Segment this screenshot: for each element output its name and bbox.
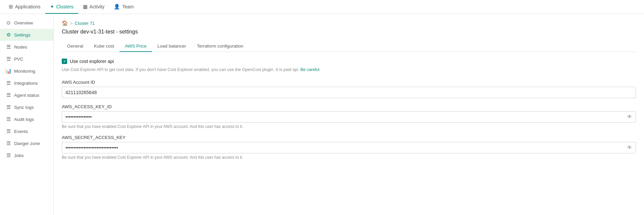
breadcrumb: 🏠 > Cluster 71: [62, 20, 636, 26]
aws-access-key-id-field: AWS_ACCESS_KEY_ID 👁 Be sure that you hav…: [62, 104, 636, 129]
nav-activity[interactable]: ▦ Activity: [78, 0, 109, 14]
cost-explorer-checkbox[interactable]: [62, 59, 67, 64]
audit-logs-icon: ☰: [5, 116, 11, 122]
sidebar-item-danger-zone[interactable]: ☰ Danger zone: [0, 137, 53, 149]
content-area: 🏠 > Cluster 71 Cluster dev-v1-31-test - …: [54, 14, 644, 215]
settings-icon: ⚙: [5, 32, 11, 38]
tab-terraform-configuration[interactable]: Terraform configuration: [191, 41, 249, 52]
monitoring-icon: 📊: [5, 68, 11, 74]
aws-secret-access-key-wrapper: 👁: [62, 142, 636, 153]
sidebar-item-audit-logs[interactable]: ☰ Audit logs: [0, 113, 53, 125]
sync-logs-icon: ☰: [5, 104, 11, 110]
tab-general[interactable]: General: [62, 41, 89, 52]
aws-secret-access-key-input[interactable]: [62, 142, 636, 153]
breadcrumb-separator: >: [70, 21, 73, 26]
sidebar-item-overview[interactable]: ⊙ Overview: [0, 17, 53, 29]
nav-clusters[interactable]: ✦ Clusters: [45, 0, 78, 14]
integrations-icon: ☰: [5, 80, 11, 86]
jobs-icon: ☰: [5, 152, 11, 158]
activity-icon: ▦: [83, 4, 88, 10]
aws-access-key-id-toggle-visibility[interactable]: 👁: [627, 114, 632, 120]
settings-tabs: General Kube cost AWS Price Load balance…: [62, 41, 636, 52]
sidebar-item-integrations[interactable]: ☰ Integrations: [0, 77, 53, 89]
top-navigation: ⊞ Applications ✦ Clusters ▦ Activity 👤 T…: [0, 0, 644, 14]
aws-access-key-id-wrapper: 👁: [62, 111, 636, 123]
sidebar-item-sync-logs[interactable]: ☰ Sync logs: [0, 101, 53, 113]
sidebar-item-nodes[interactable]: ☰ Nodes: [0, 41, 53, 53]
aws-account-id-input[interactable]: [62, 87, 636, 98]
sidebar-item-pvc[interactable]: ☰ PVC: [0, 53, 53, 65]
cost-explorer-info: Use Cost Explorer API to get cost data. …: [62, 67, 636, 73]
aws-secret-access-key-label: AWS_SECRET_ACCESS_KEY: [62, 135, 636, 140]
aws-access-key-id-input[interactable]: [62, 112, 636, 122]
cost-explorer-checkbox-row: Use cost explorer api: [62, 59, 636, 64]
sidebar-item-events[interactable]: ☰ Events: [0, 125, 53, 137]
applications-icon: ⊞: [9, 4, 13, 10]
main-content: 🏠 > Cluster 71 Cluster dev-v1-31-test - …: [54, 14, 644, 215]
aws-price-content: Use cost explorer api Use Cost Explorer …: [62, 59, 636, 160]
sidebar-item-settings[interactable]: ⚙ Settings: [0, 29, 53, 41]
aws-account-id-field: AWS Account ID: [62, 80, 636, 98]
page-title: Cluster dev-v1-31-test - settings: [62, 29, 636, 35]
aws-secret-access-key-toggle-visibility[interactable]: 👁: [627, 145, 632, 151]
app-layout: ⊙ Overview ⚙ Settings ☰ Nodes ☰ PVC 📊 Mo…: [0, 14, 644, 215]
nav-applications[interactable]: ⊞ Applications: [4, 0, 45, 14]
be-careful-link[interactable]: Be careful.: [300, 67, 320, 72]
tab-load-balancer[interactable]: Load balancer: [152, 41, 192, 52]
tab-kube-cost[interactable]: Kube cost: [89, 41, 119, 52]
sidebar-item-monitoring[interactable]: 📊 Monitoring: [0, 65, 53, 77]
aws-account-id-wrapper: [62, 87, 636, 98]
aws-account-id-label: AWS Account ID: [62, 80, 636, 85]
nodes-icon: ☰: [5, 44, 11, 50]
aws-access-key-id-label: AWS_ACCESS_KEY_ID: [62, 104, 636, 109]
nav-team[interactable]: 👤 Team: [109, 0, 138, 14]
breadcrumb-cluster-link[interactable]: Cluster 71: [75, 21, 95, 26]
cost-explorer-label: Use cost explorer api: [70, 59, 114, 64]
team-icon: 👤: [114, 4, 120, 10]
overview-icon: ⊙: [5, 20, 11, 26]
clusters-icon: ✦: [50, 4, 54, 10]
agent-status-icon: ☰: [5, 92, 11, 98]
aws-secret-access-key-hint: Be sure that you have enabled Cost Explo…: [62, 155, 636, 160]
events-icon: ☰: [5, 128, 11, 134]
aws-secret-access-key-field: AWS_SECRET_ACCESS_KEY 👁 Be sure that you…: [62, 135, 636, 160]
danger-zone-icon: ☰: [5, 140, 11, 146]
pvc-icon: ☰: [5, 56, 11, 62]
breadcrumb-home[interactable]: 🏠: [62, 20, 68, 26]
tab-aws-price[interactable]: AWS Price: [119, 41, 152, 52]
aws-access-key-id-hint: Be sure that you have enabled Cost Explo…: [62, 124, 636, 129]
sidebar-item-jobs[interactable]: ☰ Jobs: [0, 149, 53, 161]
sidebar: ⊙ Overview ⚙ Settings ☰ Nodes ☰ PVC 📊 Mo…: [0, 14, 54, 215]
sidebar-item-agent-status[interactable]: ☰ Agent status: [0, 89, 53, 101]
